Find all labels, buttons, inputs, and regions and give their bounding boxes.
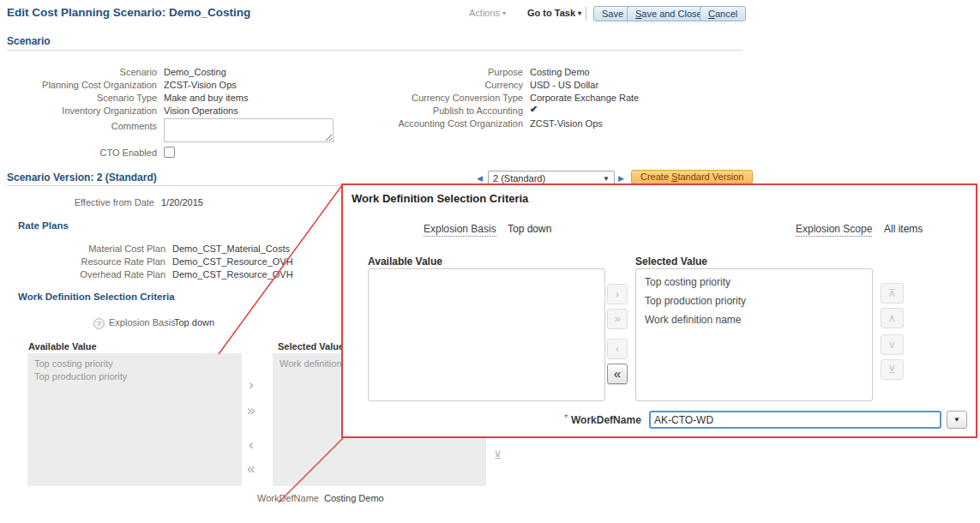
field-label: Planning Cost Organization bbox=[0, 80, 157, 90]
workdefname-dropdown-button[interactable]: ▼ bbox=[947, 411, 967, 429]
selected-value-label: Selected Value bbox=[278, 341, 344, 352]
field-label: Scenario bbox=[0, 67, 157, 77]
chevron-down-icon: ▾ bbox=[578, 9, 581, 17]
reorder-down-button[interactable]: ∨ bbox=[881, 334, 904, 355]
field-value: Demo_CST_Material_Costs bbox=[172, 243, 290, 254]
actions-menu[interactable]: Actions▾ bbox=[469, 8, 506, 18]
selected-value-label: Selected Value bbox=[635, 255, 707, 268]
comments-label: Comments bbox=[0, 121, 157, 131]
actions-menu-label: Actions bbox=[469, 8, 500, 18]
field-value: Demo_CST_Resource_OVH bbox=[172, 269, 293, 280]
field-value: Demo_Costing bbox=[164, 67, 226, 77]
field-label: Inventory Organization bbox=[0, 105, 157, 116]
next-version-button[interactable]: ▶ bbox=[618, 174, 624, 183]
field-label: Currency bbox=[352, 80, 523, 90]
effective-from-date-label: Effective from Date bbox=[0, 197, 154, 207]
shuttle-remove-all-button[interactable]: « bbox=[607, 364, 628, 384]
check-icon: ✔ bbox=[530, 104, 538, 115]
chevron-down-icon: ▾ bbox=[502, 9, 506, 17]
reorder-up-button[interactable]: ∧ bbox=[881, 308, 904, 328]
field-value: Make and buy items bbox=[164, 93, 248, 103]
chevron-down-icon: ▼ bbox=[603, 175, 610, 183]
workdefname-input[interactable] bbox=[649, 411, 941, 429]
reorder-top-button[interactable]: ⊼ bbox=[881, 283, 904, 304]
field-label: Publish to Accounting bbox=[352, 105, 523, 116]
cto-enabled-checkbox[interactable] bbox=[164, 147, 175, 158]
field-value: ZCST-Vision Ops bbox=[530, 118, 603, 129]
explosion-basis-label: Explosion Basis bbox=[109, 317, 176, 328]
list-item[interactable]: Top costing priority bbox=[636, 273, 872, 292]
explosion-basis-value: Top down bbox=[508, 223, 551, 235]
field-value: Demo_CST_Resource_OVH bbox=[172, 256, 293, 267]
field-label: Purpose bbox=[352, 67, 523, 77]
field-label: Resource Rate Plan bbox=[0, 256, 165, 267]
list-item[interactable]: Top production priority bbox=[636, 292, 872, 310]
create-standard-version-button[interactable]: Create Standard Version bbox=[631, 170, 753, 184]
page-title: Edit Cost Planning Scenario: Demo_Costin… bbox=[7, 6, 250, 19]
shuttle-remove-all-button[interactable]: « bbox=[247, 461, 255, 476]
selected-value-listbox[interactable]: Top costing priority Top production prio… bbox=[635, 268, 873, 401]
workdefname-value: Costing Demo bbox=[324, 493, 384, 503]
overlay-title: Work Definition Selection Criteria bbox=[352, 192, 528, 205]
field-value: Vision Operations bbox=[164, 105, 238, 116]
previous-version-button[interactable]: ◀ bbox=[477, 174, 483, 183]
explosion-scope-value: All items bbox=[884, 223, 923, 235]
save-and-close-button[interactable]: Save and Close bbox=[627, 6, 711, 21]
cancel-button[interactable]: Cancel bbox=[700, 6, 746, 21]
required-icon: * bbox=[564, 412, 568, 423]
field-label: Accounting Cost Organization bbox=[352, 118, 523, 129]
field-label: Overhead Rate Plan bbox=[0, 269, 165, 280]
explosion-basis-value: Top down bbox=[174, 317, 214, 328]
go-to-task-menu[interactable]: Go to Task▾ bbox=[527, 8, 581, 18]
scenario-version-section-title: Scenario Version: 2 (Standard) bbox=[7, 171, 157, 183]
field-value: ZCST-Vision Ops bbox=[164, 80, 237, 90]
field-label: Material Cost Plan bbox=[0, 243, 165, 254]
rate-plans-section-title: Rate Plans bbox=[18, 220, 69, 231]
version-select-value: 2 (Standard) bbox=[493, 173, 545, 183]
zoom-callout-panel: Work Definition Selection Criteria Explo… bbox=[341, 183, 977, 438]
field-value: Costing Demo bbox=[530, 67, 590, 77]
comments-textarea[interactable] bbox=[164, 118, 334, 142]
available-value-listbox[interactable] bbox=[368, 268, 605, 401]
shuttle-move-all-button[interactable]: » bbox=[247, 403, 255, 418]
workdefname-label: WorkDefName bbox=[257, 493, 319, 503]
field-label: Currency Conversion Type bbox=[352, 93, 523, 103]
list-item[interactable]: Work definition name bbox=[636, 310, 872, 329]
list-item[interactable]: Top production priority bbox=[27, 370, 242, 383]
explosion-scope-label: Explosion Scope bbox=[796, 223, 872, 237]
list-item[interactable]: Top costing priority bbox=[27, 358, 242, 370]
scenario-section-title: Scenario bbox=[7, 35, 51, 47]
effective-from-date-value: 1/20/2015 bbox=[161, 197, 203, 207]
field-value: USD - US Dollar bbox=[530, 80, 598, 90]
available-value-label: Available Value bbox=[28, 341, 97, 352]
page-canvas: Edit Cost Planning Scenario: Demo_Costin… bbox=[0, 0, 980, 523]
shuttle-remove-button[interactable]: ‹ bbox=[249, 437, 254, 452]
shuttle-move-button[interactable]: › bbox=[607, 284, 628, 304]
section-divider bbox=[7, 50, 743, 51]
shuttle-move-all-button[interactable]: » bbox=[607, 309, 628, 329]
shuttle-move-button[interactable]: › bbox=[249, 377, 254, 392]
explosion-basis-label: Explosion Basis bbox=[424, 223, 496, 237]
reorder-bottom-button[interactable]: ⊻ bbox=[881, 359, 904, 380]
toolbar-separator bbox=[586, 7, 586, 21]
available-value-label: Available Value bbox=[368, 255, 442, 268]
help-icon[interactable]: ? bbox=[93, 318, 105, 329]
workdefname-label: WorkDefName bbox=[571, 414, 641, 426]
shuttle-remove-button[interactable]: ‹ bbox=[607, 339, 628, 359]
field-label: Scenario Type bbox=[0, 93, 157, 103]
reorder-bottom-button[interactable]: ⊻ bbox=[494, 449, 502, 460]
cto-enabled-label: CTO Enabled bbox=[0, 147, 157, 158]
field-value: Corporate Exchange Rate bbox=[530, 93, 639, 103]
wdsc-section-title: Work Definition Selection Criteria bbox=[18, 292, 175, 302]
available-value-listbox[interactable]: Top costing priority Top production prio… bbox=[27, 353, 242, 486]
go-to-task-label: Go to Task bbox=[527, 8, 575, 18]
